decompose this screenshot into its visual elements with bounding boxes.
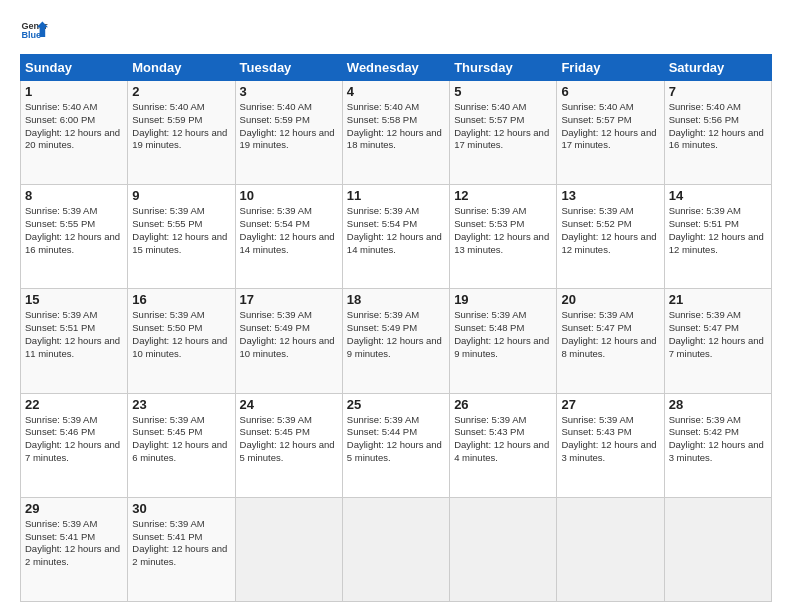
cell-details: Sunrise: 5:39 AM Sunset: 5:44 PM Dayligh… [347,414,445,465]
day-number: 4 [347,84,445,99]
cell-details: Sunrise: 5:39 AM Sunset: 5:54 PM Dayligh… [347,205,445,256]
cell-details: Sunrise: 5:40 AM Sunset: 5:57 PM Dayligh… [561,101,659,152]
calendar-week-1: 1Sunrise: 5:40 AM Sunset: 6:00 PM Daylig… [21,81,772,185]
calendar-cell: 29Sunrise: 5:39 AM Sunset: 5:41 PM Dayli… [21,497,128,601]
calendar-week-4: 22Sunrise: 5:39 AM Sunset: 5:46 PM Dayli… [21,393,772,497]
calendar-week-3: 15Sunrise: 5:39 AM Sunset: 5:51 PM Dayli… [21,289,772,393]
calendar-cell: 14Sunrise: 5:39 AM Sunset: 5:51 PM Dayli… [664,185,771,289]
calendar-cell: 15Sunrise: 5:39 AM Sunset: 5:51 PM Dayli… [21,289,128,393]
cell-details: Sunrise: 5:39 AM Sunset: 5:43 PM Dayligh… [454,414,552,465]
calendar-cell: 4Sunrise: 5:40 AM Sunset: 5:58 PM Daylig… [342,81,449,185]
calendar-cell: 1Sunrise: 5:40 AM Sunset: 6:00 PM Daylig… [21,81,128,185]
day-number: 1 [25,84,123,99]
day-number: 14 [669,188,767,203]
cell-details: Sunrise: 5:40 AM Sunset: 5:59 PM Dayligh… [132,101,230,152]
cell-details: Sunrise: 5:39 AM Sunset: 5:41 PM Dayligh… [25,518,123,569]
cell-details: Sunrise: 5:39 AM Sunset: 5:47 PM Dayligh… [561,309,659,360]
weekday-header-saturday: Saturday [664,55,771,81]
day-number: 28 [669,397,767,412]
day-number: 15 [25,292,123,307]
calendar-cell: 27Sunrise: 5:39 AM Sunset: 5:43 PM Dayli… [557,393,664,497]
cell-details: Sunrise: 5:39 AM Sunset: 5:51 PM Dayligh… [25,309,123,360]
day-number: 2 [132,84,230,99]
weekday-header-sunday: Sunday [21,55,128,81]
calendar-cell: 8Sunrise: 5:39 AM Sunset: 5:55 PM Daylig… [21,185,128,289]
day-number: 23 [132,397,230,412]
day-number: 24 [240,397,338,412]
cell-details: Sunrise: 5:39 AM Sunset: 5:42 PM Dayligh… [669,414,767,465]
day-number: 30 [132,501,230,516]
header: General Blue [20,16,772,44]
day-number: 9 [132,188,230,203]
calendar-cell: 10Sunrise: 5:39 AM Sunset: 5:54 PM Dayli… [235,185,342,289]
cell-details: Sunrise: 5:40 AM Sunset: 6:00 PM Dayligh… [25,101,123,152]
day-number: 12 [454,188,552,203]
weekday-header-row: SundayMondayTuesdayWednesdayThursdayFrid… [21,55,772,81]
day-number: 26 [454,397,552,412]
weekday-header-friday: Friday [557,55,664,81]
calendar-cell: 16Sunrise: 5:39 AM Sunset: 5:50 PM Dayli… [128,289,235,393]
calendar-cell [557,497,664,601]
cell-details: Sunrise: 5:39 AM Sunset: 5:55 PM Dayligh… [132,205,230,256]
day-number: 18 [347,292,445,307]
calendar-week-2: 8Sunrise: 5:39 AM Sunset: 5:55 PM Daylig… [21,185,772,289]
cell-details: Sunrise: 5:40 AM Sunset: 5:56 PM Dayligh… [669,101,767,152]
calendar-cell: 24Sunrise: 5:39 AM Sunset: 5:45 PM Dayli… [235,393,342,497]
page: General Blue SundayMondayTuesdayWednesda… [0,0,792,612]
day-number: 5 [454,84,552,99]
logo: General Blue [20,16,48,44]
calendar-cell: 18Sunrise: 5:39 AM Sunset: 5:49 PM Dayli… [342,289,449,393]
day-number: 3 [240,84,338,99]
calendar-cell: 9Sunrise: 5:39 AM Sunset: 5:55 PM Daylig… [128,185,235,289]
calendar-cell: 12Sunrise: 5:39 AM Sunset: 5:53 PM Dayli… [450,185,557,289]
day-number: 13 [561,188,659,203]
cell-details: Sunrise: 5:40 AM Sunset: 5:57 PM Dayligh… [454,101,552,152]
day-number: 8 [25,188,123,203]
calendar-cell: 19Sunrise: 5:39 AM Sunset: 5:48 PM Dayli… [450,289,557,393]
calendar-cell [450,497,557,601]
day-number: 16 [132,292,230,307]
calendar-cell: 28Sunrise: 5:39 AM Sunset: 5:42 PM Dayli… [664,393,771,497]
cell-details: Sunrise: 5:39 AM Sunset: 5:52 PM Dayligh… [561,205,659,256]
day-number: 25 [347,397,445,412]
calendar-cell: 5Sunrise: 5:40 AM Sunset: 5:57 PM Daylig… [450,81,557,185]
day-number: 21 [669,292,767,307]
cell-details: Sunrise: 5:39 AM Sunset: 5:54 PM Dayligh… [240,205,338,256]
cell-details: Sunrise: 5:39 AM Sunset: 5:48 PM Dayligh… [454,309,552,360]
calendar-table: SundayMondayTuesdayWednesdayThursdayFrid… [20,54,772,602]
cell-details: Sunrise: 5:39 AM Sunset: 5:53 PM Dayligh… [454,205,552,256]
calendar-cell: 3Sunrise: 5:40 AM Sunset: 5:59 PM Daylig… [235,81,342,185]
weekday-header-wednesday: Wednesday [342,55,449,81]
day-number: 29 [25,501,123,516]
day-number: 20 [561,292,659,307]
cell-details: Sunrise: 5:40 AM Sunset: 5:58 PM Dayligh… [347,101,445,152]
cell-details: Sunrise: 5:39 AM Sunset: 5:45 PM Dayligh… [240,414,338,465]
calendar-cell: 20Sunrise: 5:39 AM Sunset: 5:47 PM Dayli… [557,289,664,393]
day-number: 27 [561,397,659,412]
calendar-cell: 26Sunrise: 5:39 AM Sunset: 5:43 PM Dayli… [450,393,557,497]
svg-text:Blue: Blue [21,30,41,40]
calendar-cell: 2Sunrise: 5:40 AM Sunset: 5:59 PM Daylig… [128,81,235,185]
calendar-cell: 30Sunrise: 5:39 AM Sunset: 5:41 PM Dayli… [128,497,235,601]
logo-icon: General Blue [20,16,48,44]
calendar-cell [342,497,449,601]
calendar-cell: 25Sunrise: 5:39 AM Sunset: 5:44 PM Dayli… [342,393,449,497]
day-number: 10 [240,188,338,203]
cell-details: Sunrise: 5:39 AM Sunset: 5:47 PM Dayligh… [669,309,767,360]
cell-details: Sunrise: 5:39 AM Sunset: 5:51 PM Dayligh… [669,205,767,256]
cell-details: Sunrise: 5:39 AM Sunset: 5:43 PM Dayligh… [561,414,659,465]
calendar-cell: 7Sunrise: 5:40 AM Sunset: 5:56 PM Daylig… [664,81,771,185]
day-number: 17 [240,292,338,307]
calendar-cell: 23Sunrise: 5:39 AM Sunset: 5:45 PM Dayli… [128,393,235,497]
cell-details: Sunrise: 5:39 AM Sunset: 5:50 PM Dayligh… [132,309,230,360]
calendar-cell: 6Sunrise: 5:40 AM Sunset: 5:57 PM Daylig… [557,81,664,185]
calendar-cell [235,497,342,601]
cell-details: Sunrise: 5:39 AM Sunset: 5:55 PM Dayligh… [25,205,123,256]
calendar-cell [664,497,771,601]
calendar-cell: 22Sunrise: 5:39 AM Sunset: 5:46 PM Dayli… [21,393,128,497]
calendar-cell: 17Sunrise: 5:39 AM Sunset: 5:49 PM Dayli… [235,289,342,393]
day-number: 11 [347,188,445,203]
calendar-week-5: 29Sunrise: 5:39 AM Sunset: 5:41 PM Dayli… [21,497,772,601]
weekday-header-tuesday: Tuesday [235,55,342,81]
calendar-cell: 11Sunrise: 5:39 AM Sunset: 5:54 PM Dayli… [342,185,449,289]
